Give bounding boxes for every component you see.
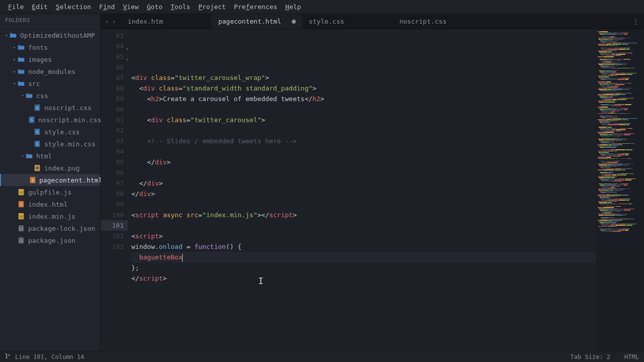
- menu-edit[interactable]: Edit: [28, 1, 51, 13]
- file-index-min-js[interactable]: JSindex.min.js: [0, 210, 100, 222]
- menu-file[interactable]: File: [4, 1, 28, 13]
- status-syntax[interactable]: HTML: [624, 353, 639, 360]
- disclosure-icon[interactable]: ▸: [12, 45, 17, 50]
- code-line[interactable]: [131, 146, 596, 157]
- file-package-json[interactable]: {}package.json: [0, 234, 100, 246]
- code-line[interactable]: [131, 104, 596, 115]
- line-number[interactable]: 96: [101, 167, 128, 178]
- folder-OptimizedWithoutAMP[interactable]: ▾OptimizedWithoutAMP: [0, 29, 100, 41]
- file-package-lock-json[interactable]: {}package-lock.json: [0, 222, 100, 234]
- disclosure-icon[interactable]: ▾: [20, 93, 25, 98]
- code-line[interactable]: [131, 62, 596, 72]
- tab-label: pagecontent.html: [218, 18, 281, 25]
- line-number[interactable]: 100: [101, 210, 128, 220]
- menu-bar: FileEditSelectionFindViewGotoToolsProjec…: [0, 0, 644, 14]
- folder-images[interactable]: ▸images: [0, 53, 100, 65]
- tabs-menu-icon[interactable]: ⋮: [627, 14, 644, 29]
- code-line[interactable]: <div class="twitter_carousel">: [131, 115, 596, 125]
- editor[interactable]: 8384▾85▾86878889909192939495969798991001…: [101, 29, 644, 351]
- line-number[interactable]: 86: [101, 62, 128, 72]
- menu-preferences[interactable]: Preferences: [230, 1, 281, 13]
- line-number[interactable]: 98: [101, 189, 128, 199]
- folder-src[interactable]: ▾src: [0, 77, 100, 89]
- code-line[interactable]: </div>: [131, 189, 596, 199]
- code-line[interactable]: <!-- Slides / embedded tweets here -->: [131, 136, 596, 146]
- tab-noscript-css[interactable]: noscript.css: [392, 14, 483, 29]
- html-icon: 5: [17, 200, 25, 208]
- code-line[interactable]: <script>: [131, 231, 596, 241]
- line-number[interactable]: 91: [101, 115, 128, 125]
- file-style-min-css[interactable]: Sstyle.min.css: [0, 138, 100, 150]
- menu-view[interactable]: View: [119, 1, 142, 13]
- code-line[interactable]: };: [131, 262, 596, 273]
- tab-history-back[interactable]: ‹: [104, 18, 111, 25]
- line-number[interactable]: 101: [101, 220, 128, 231]
- sidebar: FOLDERS ▾OptimizedWithoutAMP▸fonts▸image…: [0, 14, 101, 351]
- code-line[interactable]: </script>: [131, 273, 596, 284]
- folder-css[interactable]: ▾css: [0, 89, 100, 102]
- tree-item-label: css: [36, 92, 48, 100]
- menu-find[interactable]: Find: [95, 1, 119, 13]
- disclosure-icon[interactable]: ▸: [12, 57, 17, 62]
- tree-item-label: index.pug: [44, 164, 79, 172]
- menu-goto[interactable]: Goto: [143, 1, 167, 13]
- line-number[interactable]: 103: [101, 241, 128, 252]
- file-gulpfile-js[interactable]: JSgulpfile.js: [0, 186, 100, 198]
- code-line[interactable]: window.onload = function() {: [131, 241, 596, 252]
- disclosure-icon[interactable]: ▾: [12, 81, 17, 86]
- minimap[interactable]: [596, 29, 644, 351]
- svg-text:5: 5: [20, 203, 22, 206]
- gutter[interactable]: 8384▾85▾86878889909192939495969798991001…: [101, 29, 128, 351]
- file-noscript-min-css[interactable]: Snoscript.min.css: [0, 114, 100, 126]
- code-line[interactable]: [131, 199, 596, 210]
- menu-help[interactable]: Help: [281, 1, 305, 13]
- code-line[interactable]: [131, 167, 596, 178]
- line-number[interactable]: 95: [101, 157, 128, 167]
- line-number[interactable]: 90: [101, 104, 128, 115]
- branch-icon[interactable]: [5, 353, 11, 360]
- tab-history-forward[interactable]: ›: [111, 18, 118, 25]
- disclosure-icon[interactable]: ▾: [20, 153, 25, 158]
- code-line[interactable]: <div class="standard_width standard_padd…: [131, 83, 596, 94]
- folder-fonts[interactable]: ▸fonts: [0, 41, 100, 53]
- tab-pagecontent-html[interactable]: pagecontent.html: [211, 14, 302, 29]
- line-number[interactable]: 97: [101, 178, 128, 189]
- code-line[interactable]: </div>: [131, 157, 596, 167]
- menu-tools[interactable]: Tools: [167, 1, 194, 13]
- line-number[interactable]: 93: [101, 136, 128, 146]
- file-index-pug[interactable]: index.pug: [0, 162, 100, 174]
- disclosure-icon[interactable]: ▾: [4, 33, 9, 38]
- line-number[interactable]: 85▾: [101, 51, 128, 62]
- file-pagecontent-html[interactable]: 5pagecontent.html: [0, 174, 100, 186]
- code-line[interactable]: baguetteBox: [131, 252, 596, 262]
- folder-html[interactable]: ▾html: [0, 150, 100, 162]
- code-area[interactable]: I <div class="twitter_carousel_wrap"> <d…: [128, 29, 596, 351]
- tree-item-label: gulpfile.js: [28, 189, 71, 196]
- tab-index-htm[interactable]: index.htm: [121, 14, 211, 29]
- line-number[interactable]: 99: [101, 199, 128, 210]
- line-number[interactable]: 102: [101, 231, 128, 241]
- file-index-html[interactable]: 5index.html: [0, 198, 100, 210]
- code-line[interactable]: <div class="twitter_carousel_wrap">: [131, 72, 596, 83]
- line-number[interactable]: 94: [101, 146, 128, 157]
- file-style-css[interactable]: Sstyle.css: [0, 126, 100, 138]
- line-number[interactable]: 89: [101, 94, 128, 104]
- menu-selection[interactable]: Selection: [52, 1, 95, 13]
- code-line[interactable]: </div>: [131, 178, 596, 189]
- line-number[interactable]: 83: [101, 30, 128, 41]
- file-noscript-css[interactable]: Snoscript.css: [0, 102, 100, 114]
- disclosure-icon[interactable]: ▸: [12, 69, 17, 74]
- tree-item-label: fonts: [28, 44, 48, 51]
- folder-node_modules[interactable]: ▸node_modules: [0, 65, 100, 77]
- code-line[interactable]: <script async src="index.min.js"></scrip…: [131, 210, 596, 220]
- code-line[interactable]: [131, 125, 596, 136]
- code-line[interactable]: [131, 220, 596, 231]
- line-number[interactable]: 84▾: [101, 41, 128, 51]
- menu-project[interactable]: Project: [194, 1, 230, 13]
- line-number[interactable]: 88: [101, 83, 128, 94]
- line-number[interactable]: 92: [101, 125, 128, 136]
- line-number[interactable]: 87: [101, 72, 128, 83]
- code-line[interactable]: <h2>Create a carousel of embedded tweets…: [131, 94, 596, 104]
- status-tab-size[interactable]: Tab Size: 2: [571, 353, 610, 360]
- tab-style-css[interactable]: style.css: [302, 14, 392, 29]
